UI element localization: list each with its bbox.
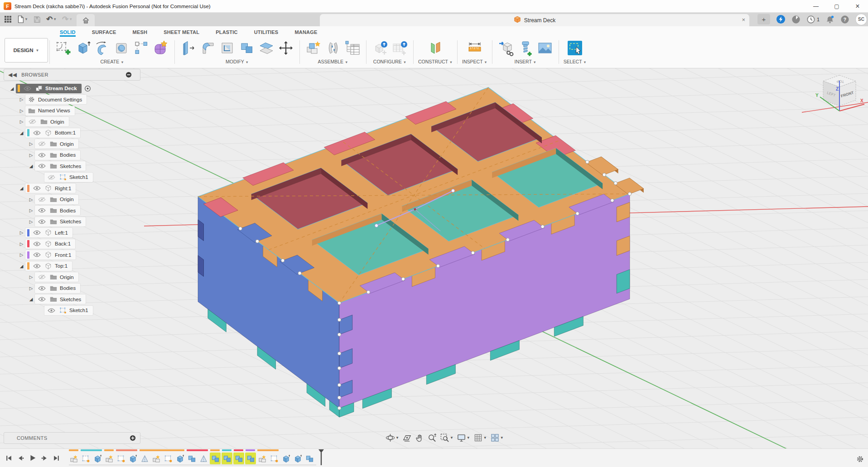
visibility-eye-icon[interactable] — [32, 264, 42, 269]
browser-item[interactable]: Origin — [35, 272, 78, 282]
document-tab-close-icon[interactable]: × — [742, 16, 745, 23]
notifications-bell-icon[interactable] — [825, 15, 834, 24]
timeline-position-marker[interactable] — [318, 449, 324, 467]
browser-item[interactable]: Bodies — [35, 150, 80, 160]
create-form-button[interactable] — [152, 38, 170, 58]
ribbon-tab-sheet-metal[interactable]: SHEET METAL — [164, 29, 199, 37]
expand-arrow-icon[interactable]: ▷ — [18, 252, 25, 257]
rectangular-pattern-button[interactable] — [132, 38, 150, 58]
visibility-eye-icon[interactable] — [32, 241, 42, 246]
expand-arrow-icon[interactable]: ▷ — [27, 208, 35, 213]
orbit-tool-icon[interactable]: ▼ — [385, 433, 400, 443]
timeline-feature-combine[interactable] — [304, 453, 315, 464]
expand-arrow-icon[interactable]: ▷ — [27, 153, 35, 158]
user-avatar[interactable]: SC — [855, 14, 867, 25]
browser-item[interactable]: Sketches — [35, 161, 86, 171]
timeline-feature-component[interactable] — [68, 453, 79, 464]
save-button[interactable] — [32, 14, 42, 25]
extensions-icon[interactable] — [776, 14, 786, 24]
timeline-feature-mirror[interactable] — [139, 453, 150, 464]
ribbon-tab-solid[interactable]: SOLID — [60, 29, 76, 37]
browser-row-origin[interactable]: ▷Origin — [4, 116, 140, 128]
visibility-eye-icon[interactable] — [37, 286, 47, 291]
fit-tool-icon[interactable]: ▼ — [439, 433, 454, 443]
ribbon-group-label[interactable]: SELECT ▼ — [564, 59, 587, 64]
minimize-button[interactable]: — — [805, 0, 826, 12]
bill-of-materials-button[interactable] — [343, 38, 362, 58]
shell-button[interactable] — [218, 38, 236, 58]
ribbon-group-label[interactable]: CONSTRUCT ▼ — [418, 59, 453, 64]
browser-row-sketches[interactable]: ◢Sketches — [4, 294, 140, 305]
workspace-selector[interactable]: DESIGN▼ — [5, 38, 48, 63]
expand-arrow-icon[interactable]: ▷ — [18, 119, 25, 124]
browser-item[interactable]: Bottom:1 — [25, 128, 80, 138]
activate-component-radio[interactable] — [84, 85, 91, 92]
browser-item[interactable]: Document Settings — [25, 95, 87, 104]
visibility-eye-icon[interactable] — [32, 130, 42, 135]
view-cube[interactable]: TOPLEFTFRONTZYX — [802, 75, 868, 112]
timeline-feature-sketch[interactable] — [269, 453, 280, 464]
expand-arrow-icon[interactable]: ▷ — [27, 274, 35, 279]
browser-item[interactable]: Top:1 — [25, 261, 72, 271]
redo-button[interactable]: ↷▼ — [61, 14, 74, 25]
timeline-feature-mirror[interactable] — [198, 453, 209, 464]
job-status-icon[interactable] — [791, 15, 800, 24]
timeline-feature-combine[interactable] — [210, 453, 221, 464]
browser-row-bodies[interactable]: ▷Bodies — [4, 205, 140, 217]
browser-item[interactable]: Bodies — [35, 284, 80, 293]
browser-row-origin[interactable]: ▷Origin — [4, 272, 140, 283]
extrude-button[interactable] — [74, 38, 92, 58]
stream-deck-model[interactable] — [198, 87, 644, 417]
browser-item[interactable]: Origin — [25, 117, 69, 126]
visibility-eye-icon[interactable] — [37, 274, 47, 279]
timeline-feature-extrude[interactable] — [127, 453, 138, 464]
help-icon[interactable]: ? — [840, 15, 849, 24]
expand-arrow-icon[interactable]: ▷ — [27, 197, 35, 202]
construction-plane-button[interactable] — [426, 38, 444, 58]
browser-row-left-1[interactable]: ▷Left:1 — [4, 227, 140, 239]
home-view-button[interactable] — [77, 14, 95, 26]
timeline-feature-sketch[interactable] — [163, 453, 174, 464]
joint-button[interactable] — [324, 38, 342, 58]
add-comment-icon[interactable] — [130, 435, 136, 441]
configuration-button[interactable] — [371, 38, 389, 58]
zoom-tool-icon[interactable] — [426, 433, 438, 443]
new-document-tab-button[interactable]: + — [757, 14, 770, 24]
ribbon-group-label[interactable]: INSERT ▼ — [515, 59, 536, 64]
browser-row-bottom-1[interactable]: ◢Bottom:1 — [4, 127, 140, 139]
offset-face-button[interactable] — [257, 38, 275, 58]
ribbon-tab-mesh[interactable]: MESH — [133, 29, 148, 37]
browser-item[interactable]: Named Views — [25, 106, 75, 116]
timeline-feature-combine[interactable] — [186, 453, 197, 464]
display-settings-circle-icon[interactable] — [125, 72, 132, 78]
insert-derive-button[interactable] — [497, 38, 515, 58]
select-button[interactable] — [566, 38, 584, 58]
visibility-eye-icon[interactable] — [37, 141, 47, 146]
close-button[interactable]: × — [847, 0, 868, 12]
ribbon-tab-utilities[interactable]: UTILITIES — [254, 29, 279, 37]
timeline-feature-combine[interactable] — [245, 453, 256, 464]
browser-row-sketch1[interactable]: Sketch1 — [4, 305, 140, 316]
expand-arrow-icon[interactable]: ▷ — [18, 230, 25, 235]
expand-arrow-icon[interactable]: ▷ — [18, 97, 25, 102]
press-pull-button[interactable] — [179, 38, 198, 58]
browser-row-named-views[interactable]: ▷Named Views — [4, 105, 140, 116]
browser-item[interactable]: Sketches — [35, 217, 86, 226]
new-component-button[interactable] — [304, 38, 323, 58]
ribbon-group-label[interactable]: INSPECT ▼ — [462, 59, 487, 64]
browser-item[interactable]: Front:1 — [25, 250, 76, 260]
visibility-eye-icon[interactable] — [22, 86, 32, 91]
browser-row-origin[interactable]: ▷Origin — [4, 139, 140, 150]
task-clock-icon[interactable]: 1 — [806, 15, 820, 24]
browser-item[interactable]: Sketch1 — [44, 173, 93, 182]
visibility-eye-icon[interactable] — [46, 308, 56, 313]
collapse-arrow-icon[interactable]: ◢ — [18, 186, 25, 191]
visibility-eye-icon[interactable] — [32, 252, 42, 257]
expand-arrow-icon[interactable]: ▷ — [27, 219, 35, 224]
browser-row-right-1[interactable]: ◢Right:1 — [4, 183, 140, 194]
go-to-end-button[interactable] — [53, 455, 60, 462]
comments-bar[interactable]: COMMENTS — [4, 432, 140, 444]
browser-panel-header[interactable]: ◀◀ BROWSER — [4, 69, 140, 81]
canv-button[interactable] — [536, 38, 554, 58]
revolve-button[interactable] — [93, 38, 111, 58]
